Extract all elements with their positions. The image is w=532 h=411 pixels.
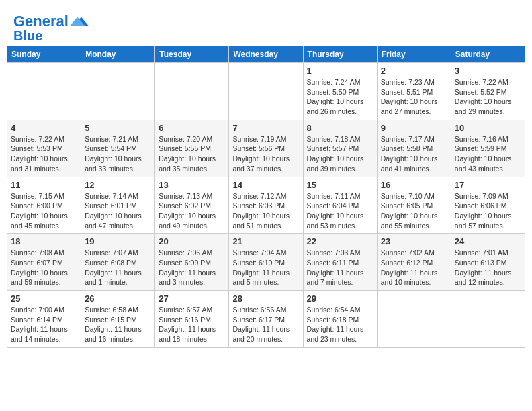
calendar-cell (7, 63, 81, 120)
day-info: Sunrise: 7:21 AM Sunset: 5:54 PM Dayligh… (85, 134, 151, 174)
weekday-header-thursday: Thursday (303, 46, 377, 63)
logo-text: General (13, 13, 69, 30)
calendar-cell: 14Sunrise: 7:12 AM Sunset: 6:03 PM Dayli… (229, 177, 303, 234)
day-number: 9 (381, 123, 447, 133)
day-number: 4 (11, 123, 77, 133)
day-info: Sunrise: 7:09 AM Sunset: 6:06 PM Dayligh… (455, 191, 521, 231)
page-header: General Blue (7, 7, 525, 46)
day-info: Sunrise: 7:12 AM Sunset: 6:03 PM Dayligh… (232, 191, 299, 231)
day-info: Sunrise: 6:57 AM Sunset: 6:16 PM Dayligh… (159, 305, 225, 345)
day-number: 21 (232, 236, 299, 246)
day-info: Sunrise: 7:06 AM Sunset: 6:09 PM Dayligh… (159, 248, 225, 287)
day-number: 29 (307, 293, 373, 304)
day-number: 14 (232, 180, 299, 190)
day-info: Sunrise: 7:18 AM Sunset: 5:57 PM Dayligh… (307, 134, 373, 174)
day-info: Sunrise: 7:17 AM Sunset: 5:58 PM Dayligh… (381, 134, 447, 174)
day-info: Sunrise: 7:24 AM Sunset: 5:50 PM Dayligh… (307, 77, 373, 117)
day-info: Sunrise: 7:11 AM Sunset: 6:04 PM Dayligh… (307, 191, 373, 231)
calendar-cell: 3Sunrise: 7:22 AM Sunset: 5:52 PM Daylig… (451, 63, 525, 120)
calendar-cell: 1Sunrise: 7:24 AM Sunset: 5:50 PM Daylig… (303, 63, 377, 120)
day-info: Sunrise: 7:00 AM Sunset: 6:14 PM Dayligh… (11, 305, 77, 345)
day-number: 15 (307, 180, 373, 190)
day-number: 24 (455, 236, 521, 246)
calendar-cell (451, 291, 525, 348)
day-number: 16 (381, 180, 447, 190)
day-info: Sunrise: 6:58 AM Sunset: 6:15 PM Dayligh… (85, 305, 151, 345)
day-number: 27 (159, 293, 225, 304)
calendar-cell: 27Sunrise: 6:57 AM Sunset: 6:16 PM Dayli… (155, 291, 229, 348)
calendar-cell: 16Sunrise: 7:10 AM Sunset: 6:05 PM Dayli… (377, 177, 451, 234)
calendar-cell: 20Sunrise: 7:06 AM Sunset: 6:09 PM Dayli… (155, 234, 229, 291)
calendar-cell: 8Sunrise: 7:18 AM Sunset: 5:57 PM Daylig… (303, 120, 377, 177)
weekday-header-monday: Monday (81, 46, 155, 63)
calendar-cell (229, 63, 303, 120)
calendar-cell: 13Sunrise: 7:13 AM Sunset: 6:02 PM Dayli… (155, 177, 229, 234)
calendar-cell (155, 63, 229, 120)
weekday-header-friday: Friday (377, 46, 451, 63)
calendar-cell: 2Sunrise: 7:23 AM Sunset: 5:51 PM Daylig… (377, 63, 451, 120)
day-number: 19 (85, 236, 151, 246)
day-info: Sunrise: 7:10 AM Sunset: 6:05 PM Dayligh… (381, 191, 447, 231)
day-number: 3 (455, 66, 521, 76)
day-info: Sunrise: 7:07 AM Sunset: 6:08 PM Dayligh… (85, 248, 151, 287)
calendar-cell: 24Sunrise: 7:01 AM Sunset: 6:13 PM Dayli… (451, 234, 525, 291)
day-number: 28 (232, 293, 299, 304)
day-info: Sunrise: 7:15 AM Sunset: 6:00 PM Dayligh… (11, 191, 77, 231)
day-info: Sunrise: 6:56 AM Sunset: 6:17 PM Dayligh… (232, 305, 299, 345)
day-info: Sunrise: 7:14 AM Sunset: 6:01 PM Dayligh… (85, 191, 151, 231)
day-info: Sunrise: 7:04 AM Sunset: 6:10 PM Dayligh… (232, 248, 299, 287)
day-number: 8 (307, 123, 373, 133)
calendar-table: SundayMondayTuesdayWednesdayThursdayFrid… (7, 46, 525, 348)
calendar-cell: 15Sunrise: 7:11 AM Sunset: 6:04 PM Dayli… (303, 177, 377, 234)
calendar-cell: 18Sunrise: 7:08 AM Sunset: 6:07 PM Dayli… (7, 234, 81, 291)
weekday-header-saturday: Saturday (451, 46, 525, 63)
day-number: 25 (11, 293, 77, 304)
day-number: 22 (307, 236, 373, 246)
calendar-cell: 12Sunrise: 7:14 AM Sunset: 6:01 PM Dayli… (81, 177, 155, 234)
day-info: Sunrise: 7:13 AM Sunset: 6:02 PM Dayligh… (159, 191, 225, 231)
day-info: Sunrise: 6:54 AM Sunset: 6:18 PM Dayligh… (307, 305, 373, 345)
calendar-cell: 22Sunrise: 7:03 AM Sunset: 6:11 PM Dayli… (303, 234, 377, 291)
calendar-cell: 26Sunrise: 6:58 AM Sunset: 6:15 PM Dayli… (81, 291, 155, 348)
calendar-cell: 4Sunrise: 7:22 AM Sunset: 5:53 PM Daylig… (7, 120, 81, 177)
calendar-cell (81, 63, 155, 120)
day-number: 20 (159, 236, 225, 246)
day-number: 1 (307, 66, 373, 76)
calendar-cell: 7Sunrise: 7:19 AM Sunset: 5:56 PM Daylig… (229, 120, 303, 177)
day-number: 6 (159, 123, 225, 133)
calendar-cell: 23Sunrise: 7:02 AM Sunset: 6:12 PM Dayli… (377, 234, 451, 291)
calendar-cell: 28Sunrise: 6:56 AM Sunset: 6:17 PM Dayli… (229, 291, 303, 348)
day-info: Sunrise: 7:16 AM Sunset: 5:59 PM Dayligh… (455, 134, 521, 174)
calendar-cell: 10Sunrise: 7:16 AM Sunset: 5:59 PM Dayli… (451, 120, 525, 177)
day-number: 23 (381, 236, 447, 246)
calendar-cell: 5Sunrise: 7:21 AM Sunset: 5:54 PM Daylig… (81, 120, 155, 177)
day-number: 18 (11, 236, 77, 246)
calendar-cell: 21Sunrise: 7:04 AM Sunset: 6:10 PM Dayli… (229, 234, 303, 291)
day-info: Sunrise: 7:03 AM Sunset: 6:11 PM Dayligh… (307, 248, 373, 287)
calendar-cell: 9Sunrise: 7:17 AM Sunset: 5:58 PM Daylig… (377, 120, 451, 177)
day-info: Sunrise: 7:01 AM Sunset: 6:13 PM Dayligh… (455, 248, 521, 287)
day-number: 12 (85, 180, 151, 190)
day-info: Sunrise: 7:19 AM Sunset: 5:56 PM Dayligh… (232, 134, 299, 174)
calendar-cell (377, 291, 451, 348)
day-number: 10 (455, 123, 521, 133)
weekday-header-sunday: Sunday (7, 46, 81, 63)
day-info: Sunrise: 7:20 AM Sunset: 5:55 PM Dayligh… (159, 134, 225, 174)
day-info: Sunrise: 7:22 AM Sunset: 5:53 PM Dayligh… (11, 134, 77, 174)
day-number: 2 (381, 66, 447, 76)
day-info: Sunrise: 7:08 AM Sunset: 6:07 PM Dayligh… (11, 248, 77, 287)
calendar-cell: 29Sunrise: 6:54 AM Sunset: 6:18 PM Dayli… (303, 291, 377, 348)
day-info: Sunrise: 7:23 AM Sunset: 5:51 PM Dayligh… (381, 77, 447, 117)
logo: General Blue (13, 12, 89, 43)
logo-icon (70, 12, 89, 31)
calendar-cell: 19Sunrise: 7:07 AM Sunset: 6:08 PM Dayli… (81, 234, 155, 291)
calendar-cell: 25Sunrise: 7:00 AM Sunset: 6:14 PM Dayli… (7, 291, 81, 348)
day-info: Sunrise: 7:02 AM Sunset: 6:12 PM Dayligh… (381, 248, 447, 287)
calendar-cell: 6Sunrise: 7:20 AM Sunset: 5:55 PM Daylig… (155, 120, 229, 177)
day-number: 26 (85, 293, 151, 304)
day-number: 7 (232, 123, 299, 133)
weekday-header-tuesday: Tuesday (155, 46, 229, 63)
day-info: Sunrise: 7:22 AM Sunset: 5:52 PM Dayligh… (455, 77, 521, 117)
calendar-cell: 11Sunrise: 7:15 AM Sunset: 6:00 PM Dayli… (7, 177, 81, 234)
day-number: 13 (159, 180, 225, 190)
